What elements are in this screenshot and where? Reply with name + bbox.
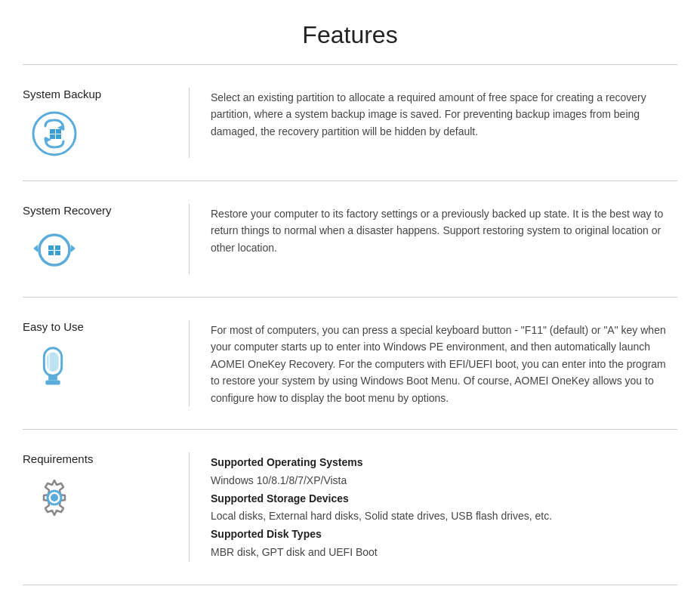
svg-rect-11 <box>48 251 54 255</box>
req-storage-value: Local disks, External hard disks, Solid … <box>211 508 677 526</box>
svg-rect-3 <box>50 129 55 134</box>
feature-divider-easy <box>189 320 190 406</box>
req-os-value: Windows 10/8.1/8/7/XP/Vista <box>211 472 677 490</box>
svg-rect-5 <box>50 134 55 139</box>
feature-divider-backup <box>189 88 190 158</box>
feature-icon-requirements <box>23 474 79 523</box>
req-disk-value: MBR disk, GPT disk and UEFI Boot <box>211 544 677 562</box>
req-os-heading: Supported Operating Systems <box>211 454 677 472</box>
svg-point-19 <box>51 494 58 501</box>
req-disk-heading: Supported Disk Types <box>211 526 677 544</box>
requirements-icon <box>30 474 79 523</box>
svg-marker-7 <box>33 245 38 252</box>
feature-title-requirements: Requirements <box>23 452 93 465</box>
feature-description-recovery: Restore your computer to its factory set… <box>211 204 677 256</box>
feature-icon-backup <box>23 110 79 158</box>
feature-left-system-backup: System Backup <box>23 88 189 158</box>
req-storage-heading: Supported Storage Devices <box>211 490 677 508</box>
page-title: Features <box>0 0 700 64</box>
svg-rect-4 <box>56 129 61 134</box>
recovery-icon <box>30 226 79 274</box>
feature-row-requirements: Requirements Supported Operating Systems… <box>23 430 677 585</box>
feature-row-system-recovery: System Recovery Restore yo <box>23 181 677 298</box>
easy-icon <box>30 342 76 395</box>
feature-divider-recovery <box>189 204 190 274</box>
features-container: System Backup S <box>0 65 700 585</box>
feature-divider-requirements <box>189 452 190 562</box>
feature-title-system-recovery: System Recovery <box>23 204 112 217</box>
feature-description-backup: Select an existing partition to allocate… <box>211 88 677 140</box>
feature-icon-easy <box>23 342 76 395</box>
feature-left-easy: Easy to Use <box>23 320 189 395</box>
backup-icon <box>30 110 79 158</box>
feature-row-system-backup: System Backup S <box>23 65 677 181</box>
svg-rect-16 <box>45 381 60 385</box>
feature-title-system-backup: System Backup <box>23 88 101 100</box>
svg-rect-12 <box>55 251 60 255</box>
feature-title-easy: Easy to Use <box>23 320 84 333</box>
feature-description-easy: For most of computers, you can press a s… <box>211 320 677 406</box>
svg-rect-9 <box>48 245 54 250</box>
feature-left-system-recovery: System Recovery <box>23 204 189 274</box>
svg-marker-8 <box>71 245 76 252</box>
svg-rect-6 <box>56 134 61 139</box>
feature-icon-recovery <box>23 226 79 274</box>
svg-rect-15 <box>48 375 57 381</box>
feature-description-requirements: Supported Operating Systems Windows 10/8… <box>211 452 677 562</box>
svg-rect-10 <box>55 245 60 250</box>
feature-left-requirements: Requirements <box>23 452 189 523</box>
feature-row-easy-to-use: Easy to Use For most of computers, you c… <box>23 298 677 430</box>
